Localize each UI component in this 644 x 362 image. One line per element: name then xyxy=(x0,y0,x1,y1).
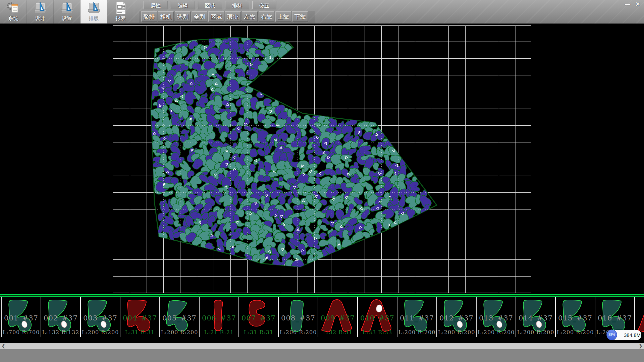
strip-item-010[interactable]: 010_#37L:33 R:33 xyxy=(358,297,397,337)
piece-name: 009_#37 xyxy=(318,314,357,322)
tool-bar: 聚排相机选割全割区域瑕疵左靠右靠上靠下靠 xyxy=(141,11,309,22)
close-button[interactable]: ✕ xyxy=(633,1,643,8)
report-icon xyxy=(113,1,128,15)
scroll-left-arrow[interactable]: ❮ xyxy=(2,344,5,348)
menu-item-1[interactable]: 属性 xyxy=(144,1,168,9)
piece-lr-count: L:31 R:31 xyxy=(239,329,278,336)
piece-lr-count: L:200 R:200 xyxy=(556,329,595,336)
nesting-icon xyxy=(87,1,101,15)
piece-lr-count: L:32 R:31 xyxy=(318,329,357,336)
menu-item-3[interactable]: 区域 xyxy=(198,1,222,9)
strip-item-006[interactable]: 006_#37L:21 R:21 xyxy=(199,297,239,337)
menu-item-2[interactable]: 编辑 xyxy=(171,1,195,9)
strip-item-002[interactable]: 002_#37L:132 R:132 xyxy=(41,297,80,337)
nest-piece[interactable] xyxy=(263,98,272,108)
strip-item-011[interactable]: 011_#37L:200 R:200 xyxy=(397,297,437,337)
piece-lr-count: L:200 R:200 xyxy=(516,329,555,336)
piece-lr-count: L:700 R:700 xyxy=(2,329,41,336)
nav-tab-label: 报表 xyxy=(116,15,126,22)
nav-tab-system[interactable]: 系统 xyxy=(0,0,27,23)
piece-name: 012_#37 xyxy=(437,314,476,322)
tool-button-7[interactable]: 左靠 xyxy=(242,11,258,22)
menu-item-5[interactable]: 交互 xyxy=(252,1,276,9)
tool-button-3[interactable]: 选割 xyxy=(175,11,191,22)
nav-tab-nesting[interactable]: 排版 xyxy=(80,0,107,23)
tool-button-8[interactable]: 右靠 xyxy=(259,11,274,22)
nav-tab-report[interactable]: 报表 xyxy=(107,0,134,23)
piece-lr-count: L:200 R:200 xyxy=(477,329,516,336)
strip-item-005[interactable]: 005_#37L:200 R:200 xyxy=(160,297,199,337)
piece-lr-count: L:33 R:33 xyxy=(358,329,397,336)
nav-tab-design[interactable]: 设计 xyxy=(27,0,54,23)
nav-tab-label: 设置 xyxy=(62,15,72,22)
nav-tab-settings[interactable]: 设置 xyxy=(54,0,80,23)
strip-item-001[interactable]: 001_#37L:700 R:700 xyxy=(1,297,41,337)
pieces-strip: 001_#37L:700 R:700002_#37L:132 R:132003_… xyxy=(0,297,644,338)
toolbar: 系统设计设置排版报表 属性编辑区域排料交互 聚排相机选割全割区域瑕疵左靠右靠上靠… xyxy=(0,0,644,24)
application-window: 系统设计设置排版报表 属性编辑区域排料交互 聚排相机选割全割区域瑕疵左靠右靠上靠… xyxy=(0,0,644,362)
piece-name: 001_#37 xyxy=(2,314,41,322)
strip-divider xyxy=(0,294,644,297)
minimize-button[interactable]: — xyxy=(623,1,633,8)
memory-value: 384.8M xyxy=(624,332,641,338)
piece-lr-count: L:200 R:200 xyxy=(279,329,318,336)
settings-icon xyxy=(60,1,74,15)
menu-bar: 属性编辑区域排料交互 xyxy=(144,1,279,9)
nesting-canvas[interactable] xyxy=(0,24,644,294)
piece-name: 002_#37 xyxy=(41,314,80,322)
strip-item-007[interactable]: 007_#37L:31 R:31 xyxy=(239,297,278,337)
strip-item-014[interactable]: 014_#37L:200 R:200 xyxy=(516,297,555,337)
piece-name: 005_#37 xyxy=(160,314,199,322)
main-nav-tabs: 系统设计设置排版报表 xyxy=(0,0,134,23)
piece-name: 007_#37 xyxy=(239,314,278,322)
nav-tab-label: 排版 xyxy=(89,15,99,22)
piece-name: 006_#37 xyxy=(200,314,238,322)
piece-name: 014_#37 xyxy=(516,314,555,322)
tool-button-5[interactable]: 区域 xyxy=(208,11,224,22)
menu-item-4[interactable]: 排料 xyxy=(225,1,249,9)
nav-tab-label: 系统 xyxy=(8,15,18,22)
progress-percent: 38% xyxy=(606,329,617,340)
tool-button-1[interactable]: 聚排 xyxy=(141,11,157,22)
piece-name: 003_#37 xyxy=(81,314,120,322)
scroll-right-arrow[interactable]: ❯ xyxy=(639,344,642,348)
piece-lr-count: L:31 R:31 xyxy=(120,329,159,336)
tool-button-2[interactable]: 相机 xyxy=(158,11,174,22)
status-badge: 384.8M 38% xyxy=(606,329,644,341)
strip-item-008[interactable]: 008_#37L:200 R:200 xyxy=(278,297,318,337)
piece-name: 004_#37 xyxy=(120,314,159,322)
piece-name: 015_#37 xyxy=(556,314,595,322)
piece-lr-count: L:21 R:21 xyxy=(200,329,238,336)
tool-button-10[interactable]: 下靠 xyxy=(292,11,308,22)
piece-lr-count: L:200 R:200 xyxy=(160,329,199,336)
strip-item-009[interactable]: 009_#37L:32 R:31 xyxy=(318,297,358,337)
design-icon xyxy=(33,1,48,15)
nest-piece[interactable] xyxy=(325,209,334,219)
horizontal-scrollbar[interactable]: ❮ ❯ xyxy=(0,343,644,349)
piece-name: 008_#37 xyxy=(279,314,318,322)
system-icon xyxy=(6,1,21,15)
piece-lr-count: L:200 R:200 xyxy=(81,329,120,336)
piece-lr-count: L:132 R:132 xyxy=(41,329,80,336)
strip-item-004[interactable]: 004_#37L:31 R:31 xyxy=(120,297,160,337)
strip-item-015[interactable]: 015_#37L:200 R:200 xyxy=(555,297,595,337)
nesting-canvas-svg xyxy=(0,24,644,294)
strip-item-012[interactable]: 012_#37L:200 R:200 xyxy=(437,297,476,337)
piece-name: 011_#37 xyxy=(397,314,436,322)
status-bar xyxy=(0,349,644,362)
nav-tab-label: 设计 xyxy=(35,15,45,22)
piece-name: 013_#37 xyxy=(477,314,516,322)
tool-button-4[interactable]: 全割 xyxy=(192,11,207,22)
nest-piece[interactable] xyxy=(328,118,337,128)
piece-name: 010_#37 xyxy=(358,314,397,322)
nested-pieces-layer xyxy=(148,33,433,274)
tool-button-9[interactable]: 上靠 xyxy=(275,11,291,22)
piece-lr-count: L:200 R:200 xyxy=(397,329,436,336)
strip-item-013[interactable]: 013_#37L:200 R:200 xyxy=(476,297,516,337)
tool-button-6[interactable]: 瑕疵 xyxy=(225,11,241,22)
window-controls: — ✕ xyxy=(623,1,643,8)
piece-name: 016_#37 xyxy=(595,314,634,322)
strip-item-003[interactable]: 003_#37L:200 R:200 xyxy=(80,297,120,337)
piece-lr-count: L:200 R:200 xyxy=(437,329,476,336)
nest-piece[interactable] xyxy=(398,213,409,226)
